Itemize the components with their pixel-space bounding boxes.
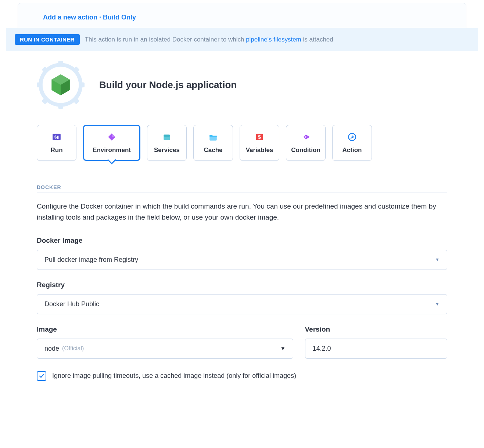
- tab-label: Services: [154, 147, 180, 154]
- svg-text:IF: IF: [305, 135, 307, 138]
- if-icon: IF: [301, 132, 311, 142]
- docker-image-value: Pull docker image from Registry: [44, 256, 138, 264]
- tab-condition[interactable]: IF Condition: [286, 125, 326, 161]
- image-official-tag: (Official): [62, 345, 84, 352]
- registry-select[interactable]: Docker Hub Public ▼: [37, 294, 447, 314]
- tab-label: Action: [343, 147, 362, 154]
- chevron-down-icon: ▼: [435, 301, 440, 307]
- tab-run[interactable]: $▮ Run: [37, 125, 76, 161]
- terminal-icon: $▮: [51, 132, 62, 142]
- diamond-icon: [107, 132, 117, 142]
- wrench-icon: [347, 132, 357, 142]
- breadcrumb-link[interactable]: Add a new action · Build Only: [43, 14, 136, 21]
- hero: Build your Node.js application: [37, 51, 447, 116]
- dollar-icon: $: [254, 132, 265, 142]
- svg-rect-0: [58, 61, 63, 67]
- info-text: This action is run in an isolated Docker…: [85, 36, 333, 43]
- folder-icon: [208, 132, 218, 142]
- docker-description: Configure the Docker container in which …: [37, 201, 447, 223]
- info-text-after: is attached: [301, 36, 333, 43]
- ignore-timeouts-checkbox[interactable]: [37, 371, 46, 381]
- tab-action[interactable]: Action: [332, 125, 372, 161]
- version-input[interactable]: [305, 339, 448, 359]
- tab-cache[interactable]: Cache: [193, 125, 233, 161]
- docker-image-select[interactable]: Pull docker image from Registry ▼: [37, 250, 447, 270]
- svg-rect-1: [58, 103, 63, 109]
- docker-section-label: DOCKER: [37, 168, 447, 193]
- tab-environment[interactable]: Environment: [83, 125, 140, 161]
- tab-label: Condition: [291, 147, 320, 154]
- tabs: $▮ Run Environment Services Ca: [37, 116, 447, 168]
- tab-services[interactable]: Services: [147, 125, 187, 161]
- docker-image-label: Docker image: [37, 236, 447, 245]
- tab-label: Environment: [93, 147, 131, 154]
- pipeline-filesystem-link[interactable]: pipeline's filesystem: [246, 36, 301, 43]
- svg-rect-17: [164, 135, 170, 137]
- registry-label: Registry: [37, 281, 447, 289]
- page-title: Build your Node.js application: [99, 79, 237, 91]
- breadcrumb-bar: Add a new action · Build Only: [18, 3, 466, 28]
- info-text-before: This action is run in an isolated Docker…: [85, 36, 246, 43]
- nodejs-gear-icon: [37, 61, 85, 109]
- tab-label: Cache: [204, 147, 222, 154]
- image-select[interactable]: node (Official) ▼: [37, 339, 293, 359]
- tab-label: Variables: [246, 147, 273, 154]
- ignore-timeouts-label: Ignore image pulling timeouts, use a cac…: [52, 372, 296, 380]
- tab-label: Run: [50, 147, 62, 154]
- box-icon: [162, 132, 172, 142]
- svg-text:$: $: [258, 134, 261, 140]
- chevron-down-icon: ▼: [435, 257, 440, 262]
- run-in-container-badge: RUN IN CONTAINER: [15, 34, 80, 45]
- svg-text:$▮: $▮: [54, 135, 59, 139]
- run-in-container-info: RUN IN CONTAINER This action is run in a…: [6, 28, 478, 51]
- version-label: Version: [305, 325, 448, 333]
- registry-value: Docker Hub Public: [44, 300, 99, 308]
- svg-rect-3: [79, 83, 85, 87]
- svg-marker-15: [112, 133, 115, 137]
- chevron-down-icon: ▼: [280, 346, 286, 351]
- svg-rect-2: [37, 83, 43, 87]
- action-card: Build your Node.js application $▮ Run En…: [6, 51, 478, 395]
- image-label: Image: [37, 325, 293, 333]
- tab-variables[interactable]: $ Variables: [240, 125, 279, 161]
- image-value: node: [44, 345, 59, 353]
